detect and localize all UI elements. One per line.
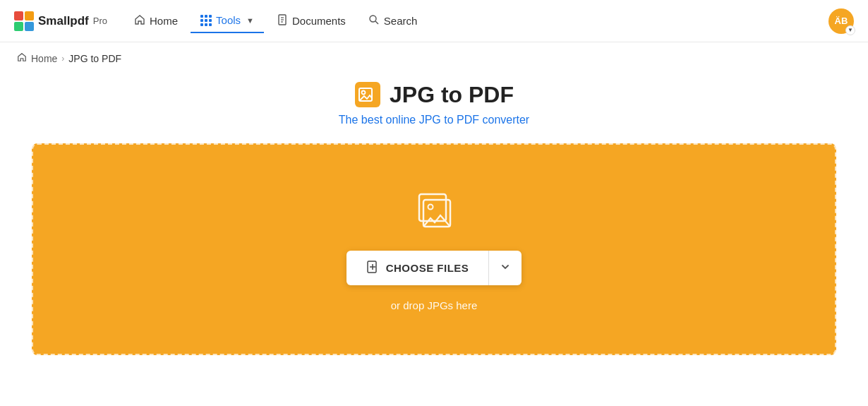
home-icon xyxy=(134,14,145,28)
page-title-area: JPG to PDF xyxy=(354,81,514,108)
drop-zone-icon xyxy=(409,187,459,237)
header: Smallpdf Pro Home Tools ▼ xyxy=(0,0,868,42)
nav-tools[interactable]: Tools ▼ xyxy=(191,8,264,33)
svg-rect-0 xyxy=(14,11,23,20)
tools-dropdown-arrow: ▼ xyxy=(246,16,254,25)
breadcrumb-separator: › xyxy=(61,54,64,64)
svg-rect-3 xyxy=(25,22,34,31)
breadcrumb-home-icon xyxy=(17,52,27,64)
svg-rect-1 xyxy=(25,11,34,20)
jpg-to-pdf-icon xyxy=(354,81,381,108)
chevron-down-icon xyxy=(500,262,510,274)
avatar-initials: ÄB xyxy=(835,16,848,26)
smallpdf-logo-icon xyxy=(14,11,34,31)
svg-point-15 xyxy=(428,205,433,210)
page-title: JPG to PDF xyxy=(390,82,514,108)
avatar-dropdown-badge: ▼ xyxy=(845,25,855,35)
nav-home-label: Home xyxy=(150,15,178,27)
choose-files-row: CHOOSE FILES xyxy=(346,251,522,285)
breadcrumb-current: JPG to PDF xyxy=(68,53,121,64)
nav-tools-label: Tools xyxy=(216,14,241,26)
svg-line-9 xyxy=(375,21,378,24)
logo-pro: Pro xyxy=(93,16,107,26)
svg-rect-2 xyxy=(14,22,23,31)
breadcrumb-home[interactable]: Home xyxy=(31,53,57,64)
search-icon xyxy=(368,14,380,28)
nav-documents[interactable]: Documents xyxy=(267,8,356,34)
logo-name: Smallpdf xyxy=(38,14,89,28)
main-nav: Home Tools ▼ Docume xyxy=(124,8,823,34)
logo-area[interactable]: Smallpdf Pro xyxy=(14,11,107,31)
nav-search-label: Search xyxy=(384,15,418,27)
breadcrumb: Home › JPG to PDF xyxy=(0,42,868,74)
choose-files-button[interactable]: CHOOSE FILES xyxy=(346,251,489,285)
nav-home[interactable]: Home xyxy=(124,8,188,34)
choose-files-dropdown-button[interactable] xyxy=(489,251,522,285)
choose-files-label: CHOOSE FILES xyxy=(386,262,469,274)
svg-point-8 xyxy=(370,16,376,22)
page-subtitle: The best online JPG to PDF converter xyxy=(339,114,529,126)
nav-search[interactable]: Search xyxy=(358,8,428,33)
choose-files-doc-icon xyxy=(366,261,379,275)
main-content: JPG to PDF The best online JPG to PDF co… xyxy=(0,74,868,372)
user-avatar[interactable]: ÄB ▼ xyxy=(828,8,854,34)
nav-documents-label: Documents xyxy=(292,15,346,27)
tools-grid-icon xyxy=(200,15,212,26)
documents-icon xyxy=(277,14,288,28)
drop-hint: or drop JPGs here xyxy=(391,299,478,311)
drop-zone[interactable]: CHOOSE FILES or drop JPGs here xyxy=(32,143,836,355)
